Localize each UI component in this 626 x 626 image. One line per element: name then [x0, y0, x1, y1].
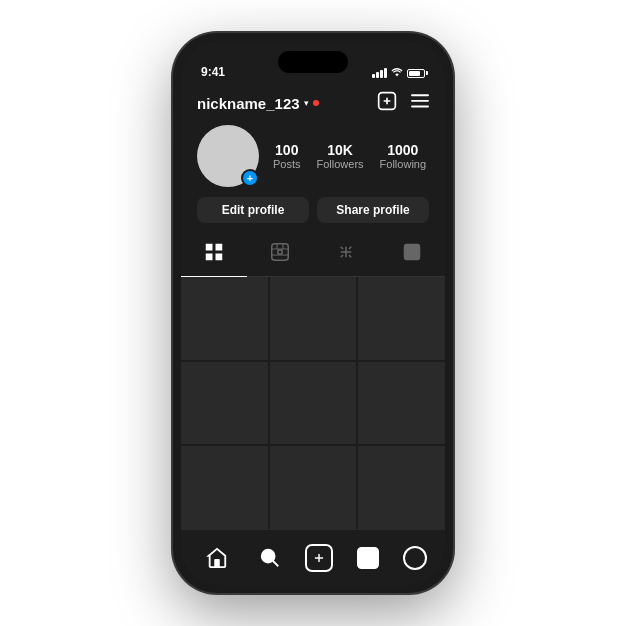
followers-label: Followers	[317, 158, 364, 170]
nav-add[interactable]	[305, 544, 333, 572]
svg-rect-6	[206, 244, 213, 251]
svg-rect-24	[215, 558, 221, 566]
add-post-icon[interactable]	[377, 91, 397, 115]
signal-icon	[372, 68, 387, 78]
edit-profile-button[interactable]: Edit profile	[197, 197, 309, 223]
nav-search[interactable]	[252, 540, 288, 576]
tab-collab[interactable]	[313, 233, 379, 276]
nav-profile[interactable]	[403, 546, 427, 570]
action-buttons: Edit profile Share profile	[197, 197, 429, 223]
status-icons	[372, 67, 425, 79]
svg-line-18	[341, 247, 343, 249]
nav-reels[interactable]	[350, 540, 386, 576]
tab-grid[interactable]	[181, 233, 247, 276]
grid-cell[interactable]	[358, 362, 445, 445]
phone-frame: 9:41	[173, 33, 453, 593]
svg-point-30	[365, 555, 371, 561]
top-bar-icons	[377, 91, 429, 115]
svg-rect-10	[272, 244, 289, 261]
notification-dot	[313, 100, 319, 106]
grid-cell[interactable]	[270, 277, 357, 360]
grid-cell[interactable]	[270, 446, 357, 529]
svg-point-25	[262, 549, 275, 562]
grid-cell[interactable]	[270, 362, 357, 445]
svg-point-23	[409, 249, 415, 255]
grid-cell[interactable]	[181, 446, 268, 529]
svg-rect-8	[206, 254, 213, 261]
svg-rect-3	[411, 94, 429, 96]
grid-cell[interactable]	[181, 277, 268, 360]
collab-icon	[337, 243, 355, 266]
grid-cell[interactable]	[358, 277, 445, 360]
profile-row: + 100 Posts 10K Followers 1000	[197, 125, 429, 187]
wifi-icon	[391, 67, 403, 79]
menu-icon[interactable]	[411, 94, 429, 112]
username-text: nickname_123	[197, 95, 300, 112]
svg-line-26	[273, 560, 279, 566]
following-label: Following	[380, 158, 426, 170]
svg-point-11	[278, 250, 283, 255]
stat-following[interactable]: 1000 Following	[380, 142, 426, 170]
posts-label: Posts	[273, 158, 301, 170]
following-count: 1000	[380, 142, 426, 158]
followers-count: 10K	[317, 142, 364, 158]
tab-reels[interactable]	[247, 233, 313, 276]
svg-rect-9	[216, 254, 223, 261]
grid-icon	[205, 243, 223, 266]
share-profile-button[interactable]: Share profile	[317, 197, 429, 223]
svg-rect-7	[216, 244, 223, 251]
svg-line-20	[349, 247, 351, 249]
posts-count: 100	[273, 142, 301, 158]
phone-screen: 9:41	[181, 41, 445, 585]
photo-grid	[181, 277, 445, 529]
grid-cell[interactable]	[358, 446, 445, 529]
tagged-icon	[403, 243, 421, 266]
app-content: nickname_123 ▾	[181, 85, 445, 585]
stat-posts: 100 Posts	[273, 142, 301, 170]
bottom-nav	[181, 529, 445, 585]
dropdown-arrow-icon: ▾	[304, 98, 309, 108]
profile-section: + 100 Posts 10K Followers 1000	[181, 121, 445, 233]
avatar-container: +	[197, 125, 259, 187]
stats-row: 100 Posts 10K Followers 1000 Following	[273, 142, 426, 170]
nav-home[interactable]	[199, 540, 235, 576]
tabs-row	[181, 233, 445, 277]
stat-followers[interactable]: 10K Followers	[317, 142, 364, 170]
svg-line-19	[349, 255, 351, 257]
top-bar: nickname_123 ▾	[181, 85, 445, 121]
username-row: nickname_123 ▾	[197, 95, 319, 112]
status-time: 9:41	[201, 65, 225, 79]
grid-cell[interactable]	[181, 362, 268, 445]
svg-rect-4	[411, 100, 429, 102]
svg-line-21	[341, 255, 343, 257]
battery-icon	[407, 69, 425, 78]
tab-tagged[interactable]	[379, 233, 445, 276]
dynamic-island	[278, 51, 348, 73]
avatar-plus-button[interactable]: +	[241, 169, 259, 187]
reels-icon	[271, 243, 289, 266]
svg-rect-5	[411, 106, 429, 108]
